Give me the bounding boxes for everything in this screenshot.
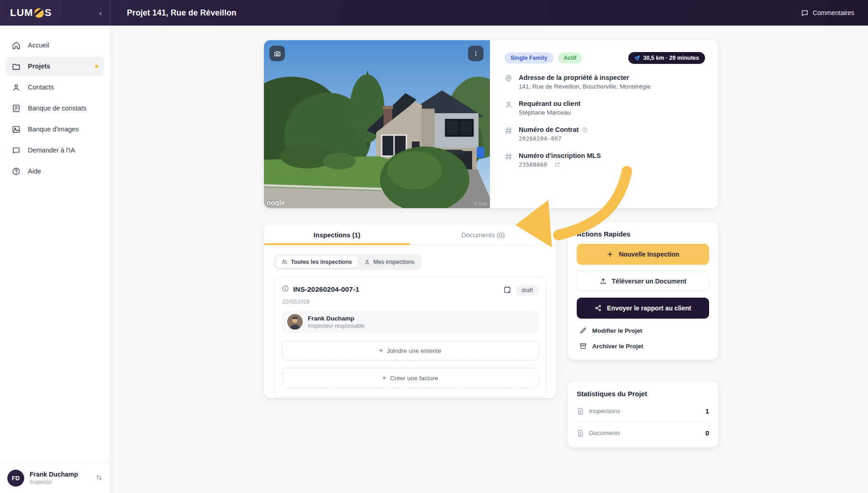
kebab-menu-icon xyxy=(473,50,479,57)
users-icon xyxy=(281,259,288,265)
person-icon xyxy=(364,259,370,265)
sidebar-item-label: Accueil xyxy=(28,42,49,49)
lumos-logo: LUMS xyxy=(10,7,52,19)
property-photo[interactable]: oogle © Goo xyxy=(264,40,490,208)
quick-actions-panel: Actions Rapides Nouvelle Inspection Télé… xyxy=(568,222,718,360)
calendar-plus-icon[interactable] xyxy=(503,285,511,295)
property-info-panel: Single Family Actif 30,5 km · 29 minutes… xyxy=(490,40,718,208)
property-type-badge: Single Family xyxy=(505,52,553,63)
inspection-id: INS-20260204-007-1 xyxy=(293,285,359,294)
new-inspection-button[interactable]: Nouvelle Inspection xyxy=(577,244,709,265)
inspection-filters: Toutes les inspections Mes inspections xyxy=(274,254,546,270)
inspector-name: Frank Duchamp xyxy=(308,315,365,322)
mls-number-field: Numéro d'inscription MLS 23568660 xyxy=(505,152,705,168)
stats-title: Statistiques du Projet xyxy=(577,390,709,398)
logo-text-suffix: S xyxy=(45,7,52,19)
app-root: LUMS ‹ Projet 141, Rue de Réveillon Comm… xyxy=(0,0,868,493)
edit-project-link[interactable]: Modifier le Projet xyxy=(577,327,709,334)
camera-icon xyxy=(274,50,281,58)
sidebar-item-projets[interactable]: Projets xyxy=(5,57,105,76)
distance-badge[interactable]: 30,5 km · 29 minutes xyxy=(628,52,705,64)
hash-icon xyxy=(505,126,513,142)
share-icon xyxy=(594,304,602,312)
photo-menu-button[interactable] xyxy=(468,46,484,61)
sidebar-item-accueil[interactable]: Accueil xyxy=(5,36,105,55)
sidebar-item-contacts[interactable]: Contacts xyxy=(5,78,105,97)
inspections-documents-card: Inspections (1) Documents (0) Toutes les… xyxy=(264,225,556,398)
sidebar-nav: Accueil Projets Contacts Banque de const… xyxy=(0,26,110,181)
tab-documents[interactable]: Documents (0) xyxy=(410,225,556,245)
sidebar-item-label: Banque de constats xyxy=(28,105,86,112)
attach-agreement-button[interactable]: + Joindre une entente xyxy=(282,341,538,361)
user-role: Inspector xyxy=(30,479,78,486)
stat-value: 1 xyxy=(705,407,709,415)
sidebar-collapse-button[interactable]: ‹ xyxy=(99,9,102,17)
sidebar-item-label: Banque d'images xyxy=(28,126,79,133)
stat-inspections: Inspections 1 xyxy=(577,400,709,422)
person-icon xyxy=(12,83,21,92)
archive-icon xyxy=(579,342,587,350)
help-icon xyxy=(12,167,21,176)
contract-number-field: Numéro de Contrat 20260204-007 xyxy=(505,126,705,142)
top-bar: LUMS ‹ Projet 141, Rue de Réveillon Comm… xyxy=(0,0,868,26)
external-link-icon[interactable] xyxy=(554,162,560,168)
sidebar-item-label: Aide xyxy=(28,168,41,175)
sidebar-item-aide[interactable]: Aide xyxy=(5,162,105,181)
image-icon xyxy=(12,125,21,134)
stat-value: 0 xyxy=(705,429,709,437)
page-title: Projet 141, Rue de Réveillon xyxy=(127,8,237,18)
client-field: Requérant ou client Stéphane Marceau xyxy=(505,100,705,116)
plus-icon: + xyxy=(379,346,383,355)
sidebar-item-banque-dimages[interactable]: Banque d'images xyxy=(5,120,105,139)
stat-documents: Documents 0 xyxy=(577,422,709,444)
user-name: Frank Duchamp xyxy=(30,471,78,479)
notes-icon xyxy=(12,104,21,113)
status-badge: Actif xyxy=(558,52,583,63)
tab-inspections[interactable]: Inspections (1) xyxy=(264,225,410,245)
alert-circle-icon xyxy=(282,285,289,294)
upload-document-button[interactable]: Téléverser un Document xyxy=(577,271,709,292)
location-pin-icon xyxy=(505,74,513,90)
comment-bubble-icon xyxy=(801,9,809,17)
inspection-status-badge: draft xyxy=(516,285,538,296)
sidebar-item-banque-de-constats[interactable]: Banque de constats xyxy=(5,99,105,118)
sidebar: Accueil Projets Contacts Banque de const… xyxy=(0,26,110,493)
street-view-photo xyxy=(264,40,490,208)
home-icon xyxy=(12,41,21,50)
inspector-row: Frank Duchamp Inspecteur responsable xyxy=(282,310,538,333)
switch-account-icon[interactable] xyxy=(95,474,103,483)
tab-bar: Inspections (1) Documents (0) xyxy=(264,225,556,245)
person-icon xyxy=(505,100,513,116)
inspection-date: 22/02/2026 xyxy=(282,299,538,305)
pencil-icon xyxy=(579,327,587,334)
comments-button[interactable]: Commentaires xyxy=(801,9,854,17)
filter-my-inspections[interactable]: Mes inspections xyxy=(358,256,420,268)
chat-icon xyxy=(12,146,21,155)
project-stats-panel: Statistiques du Projet Inspections 1 Doc… xyxy=(568,382,718,447)
sidebar-user[interactable]: FD Frank Duchamp Inspector xyxy=(0,463,110,493)
upload-icon xyxy=(600,278,607,285)
inspection-card[interactable]: INS-20260204-007-1 draft 22/02/2026 xyxy=(274,277,546,397)
filter-all-inspections[interactable]: Toutes les inspections xyxy=(276,256,358,268)
logo-zone: LUMS ‹ xyxy=(0,0,110,26)
quick-actions-title: Actions Rapides xyxy=(577,230,709,238)
sidebar-item-label: Projets xyxy=(28,63,50,70)
property-card: oogle © Goo Single Family Actif 30,5 km … xyxy=(264,40,718,208)
send-report-button[interactable]: Envoyer le rapport au client xyxy=(577,298,709,319)
create-invoice-button[interactable]: + Créer une facture xyxy=(282,368,538,388)
navigation-icon xyxy=(634,55,640,61)
folder-icon xyxy=(12,62,21,71)
sidebar-item-label: Contacts xyxy=(28,84,54,91)
comments-label: Commentaires xyxy=(813,9,854,16)
inspector-avatar xyxy=(287,314,303,330)
file-icon xyxy=(577,430,584,437)
sidebar-item-demander-ia[interactable]: Demander à l'IA xyxy=(5,141,105,160)
logo-o-icon xyxy=(34,8,44,18)
change-photo-button[interactable] xyxy=(269,46,285,61)
plus-icon xyxy=(606,251,614,258)
info-icon[interactable] xyxy=(582,127,588,133)
sidebar-item-label: Demander à l'IA xyxy=(28,147,75,154)
copyright-watermark: © Goo xyxy=(474,201,487,206)
archive-project-link[interactable]: Archiver le Projet xyxy=(577,342,709,350)
user-avatar: FD xyxy=(7,470,24,487)
